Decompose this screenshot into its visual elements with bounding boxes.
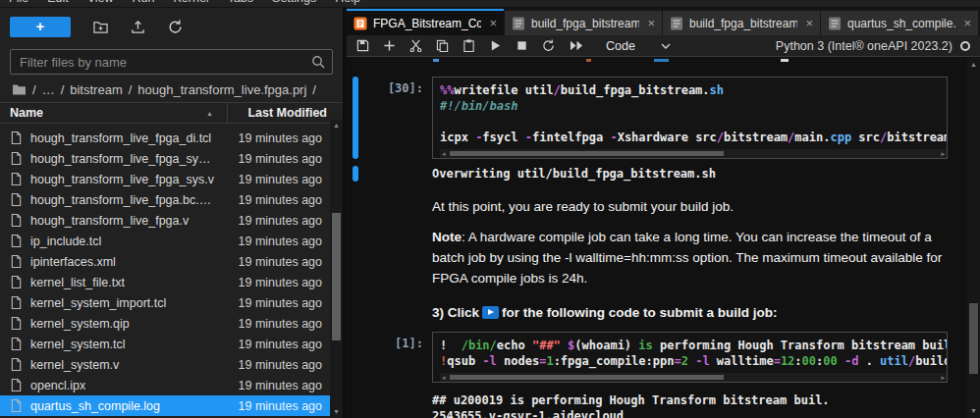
output-collapser[interactable]	[353, 166, 358, 182]
output-text: 2543655.v-qsvr-1.aidevcloud	[432, 408, 948, 418]
markdown-cell[interactable]: At this point, you are ready to submit y…	[345, 196, 967, 323]
note-text: : A hardware compile job can take a long…	[432, 230, 942, 286]
step-text-after: for the following code to submit a build…	[502, 305, 777, 320]
cell-type-dropdown[interactable]: Code	[606, 39, 671, 53]
menu-kernel[interactable]: Kernel	[174, 0, 209, 6]
restart-kernel-icon[interactable]	[542, 39, 555, 52]
menu-help[interactable]: Help	[335, 0, 360, 6]
scroll-up-icon[interactable]: ▲	[330, 121, 343, 131]
scroll-right-icon[interactable]: ▸	[941, 373, 945, 382]
filter-files-box[interactable]	[10, 49, 333, 75]
new-folder-icon[interactable]	[93, 20, 108, 34]
cut-icon[interactable]	[409, 39, 422, 52]
file-row[interactable]: kernel_system_import.tcl19 minutes ago	[0, 292, 330, 313]
file-name: kernel_system.tcl	[30, 338, 216, 351]
stop-icon[interactable]	[516, 39, 528, 52]
scroll-down-icon[interactable]: ▼	[330, 407, 343, 417]
tab-fpga-bitstream-notebook[interactable]: FPGA_Bitstream_Compil ×	[347, 9, 504, 35]
cell-collapser[interactable]	[353, 332, 358, 383]
breadcrumb-separator: /	[32, 82, 36, 97]
close-icon[interactable]: ×	[647, 16, 655, 30]
file-row[interactable]: ipinterfaces.xml19 minutes ago	[0, 251, 330, 272]
file-icon	[10, 337, 23, 351]
file-modified: 19 minutes ago	[216, 131, 330, 145]
clipped-content-sliver	[586, 59, 591, 62]
insert-cell-icon[interactable]	[383, 39, 396, 52]
file-icon	[10, 172, 23, 186]
file-modified: 19 minutes ago	[216, 276, 330, 289]
close-icon[interactable]: ×	[963, 16, 971, 30]
restart-run-all-icon[interactable]	[569, 39, 584, 52]
file-name: hough_transform_live_fpga.v	[30, 214, 216, 228]
file-modified: 19 minutes ago	[216, 379, 330, 392]
scrollbar-thumb[interactable]	[969, 303, 978, 374]
code-cell-1[interactable]: [1]: ! /bin/echo "##" $(whoami) is perfo…	[345, 332, 967, 383]
save-icon[interactable]	[356, 39, 369, 52]
scrollbar-thumb[interactable]	[450, 151, 724, 156]
scrollbar-thumb[interactable]	[332, 213, 341, 340]
home-folder-icon[interactable]	[12, 83, 27, 95]
file-icon	[10, 316, 23, 331]
tab-build-fpga-bitstream-sh-2[interactable]: build_fpga_bitstream.sh. ×	[663, 11, 820, 35]
file-modified: 19 minutes ago	[216, 152, 330, 166]
file-row[interactable]: ip_include.tcl19 minutes ago	[0, 231, 330, 251]
menu-tabs[interactable]: Tabs	[228, 0, 253, 6]
file-list-scrollbar[interactable]: ▲ ▼	[330, 120, 343, 418]
file-row[interactable]: kernel_list_file.txt19 minutes ago	[0, 272, 330, 292]
tab-build-fpga-bitstream-sh-1[interactable]: build_fpga_bitstream.sh. ×	[505, 11, 662, 35]
file-row[interactable]: hough_transform_live_fpga.v19 minutes ag…	[0, 210, 330, 231]
notebook-toolbar: Code Python 3 (Intel® oneAPI 2023.2)	[347, 35, 980, 57]
file-row[interactable]: hough_transform_live_fpga_sys.v19 minute…	[0, 169, 330, 189]
code-cell-30[interactable]: [30]: %%writefile util/build_fpga_bitstr…	[345, 77, 967, 159]
filter-files-input[interactable]	[18, 54, 311, 71]
file-row[interactable]: opencl.ipx19 minutes ago	[0, 375, 330, 395]
menu-run[interactable]: Run	[133, 0, 155, 6]
file-row[interactable]: hough_transform_live_fpga.bc.xml19 minut…	[0, 189, 330, 210]
breadcrumb-ellipsis[interactable]: …	[42, 82, 55, 97]
breadcrumb-folder-bitstream[interactable]: bitstream	[70, 82, 122, 97]
cell-collapser[interactable]	[353, 196, 358, 323]
scroll-up-icon[interactable]: ▲	[967, 60, 980, 70]
paste-icon[interactable]	[463, 39, 475, 52]
file-row[interactable]: hough_transform_live_fpga_di.tcl19 minut…	[0, 128, 330, 148]
scroll-left-icon[interactable]: ◂	[442, 149, 446, 158]
code-editor[interactable]: %%writefile util/build_fpga_bitstream.sh…	[432, 77, 948, 159]
breadcrumb-folder-project[interactable]: hough_transform_live.fpga.prj	[137, 82, 306, 97]
breadcrumb-separator: /	[129, 82, 133, 97]
horizontal-scrollbar[interactable]: ◂ ▸	[440, 149, 947, 158]
scroll-left-icon[interactable]: ◂	[442, 373, 446, 382]
run-icon[interactable]	[489, 39, 502, 52]
kernel-selector[interactable]: Python 3 (Intel® oneAPI 2023.2)	[776, 39, 970, 53]
file-row[interactable]: kernel_system.tcl19 minutes ago	[0, 334, 330, 354]
horizontal-scrollbar[interactable]: ◂ ▸	[440, 373, 947, 382]
refresh-icon[interactable]	[168, 20, 183, 34]
upload-icon[interactable]	[131, 20, 145, 34]
menu-file[interactable]: File	[9, 0, 28, 6]
file-row[interactable]: kernel_system.v19 minutes ago	[0, 354, 330, 375]
file-row[interactable]: kernel_system.qip19 minutes ago	[0, 313, 330, 334]
search-icon	[311, 55, 325, 69]
column-header-modified[interactable]: Last Modified	[227, 103, 343, 123]
cell-collapser[interactable]	[353, 77, 358, 159]
close-icon[interactable]: ×	[489, 16, 497, 30]
scroll-down-icon[interactable]: ▼	[967, 406, 980, 416]
file-modified: 19 minutes ago	[216, 317, 330, 331]
menu-edit[interactable]: Edit	[47, 0, 69, 6]
file-row[interactable]: hough_transform_live_fpga_sys_hw.tcl19 m…	[0, 148, 330, 169]
tab-quartus-sh-compile-log[interactable]: quartus_sh_compile.log ×	[821, 11, 978, 35]
menu-settings[interactable]: Settings	[272, 0, 316, 6]
code-editor[interactable]: ! /bin/echo "##" $(whoami) is performing…	[432, 332, 948, 383]
column-header-name[interactable]: Name ▲	[0, 106, 227, 120]
menu-view[interactable]: View	[87, 0, 114, 6]
file-name: kernel_system.v	[30, 358, 216, 372]
copy-icon[interactable]	[436, 39, 449, 52]
close-icon[interactable]: ×	[805, 16, 813, 30]
scrollbar-thumb[interactable]	[450, 375, 724, 380]
notebook-scrollbar[interactable]: ▲ ▼	[967, 58, 980, 418]
output-collapser[interactable]	[353, 392, 358, 418]
file-row-selected[interactable]: quartus_sh_compile.log19 minutes ago	[0, 395, 330, 416]
clipped-content-sliver	[654, 59, 669, 62]
scroll-right-icon[interactable]: ▸	[941, 149, 945, 158]
new-launcher-button[interactable]: +	[10, 17, 71, 37]
cell-type-value: Code	[606, 39, 635, 53]
